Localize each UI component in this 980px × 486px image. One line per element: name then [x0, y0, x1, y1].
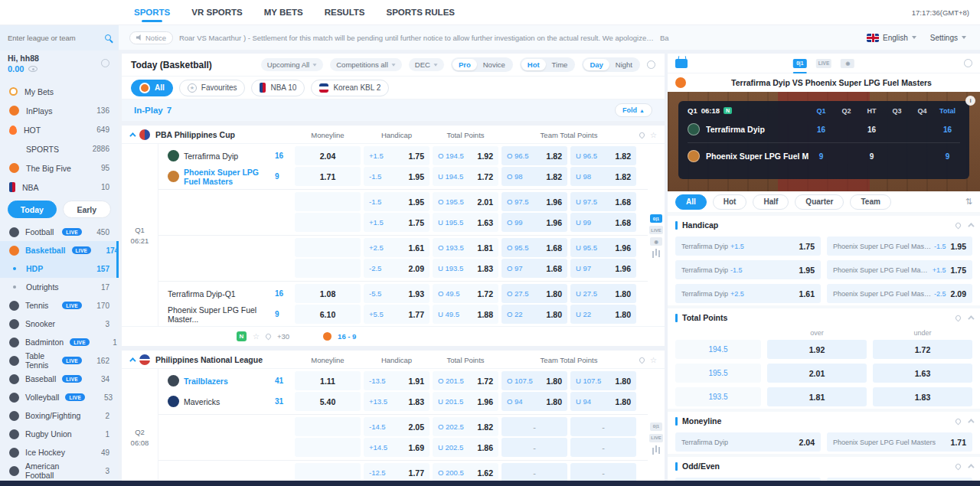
sidebar-item-badminton[interactable]: BadmintonLIVE1	[0, 333, 119, 351]
chip-korean-kbl-2[interactable]: Korean KBL 2	[311, 80, 389, 96]
market-pill-hot[interactable]: Hot	[713, 194, 747, 210]
under-odds[interactable]: 1.83	[873, 387, 972, 406]
handicap-odds[interactable]: -2.52.09	[364, 259, 430, 278]
moneyline-odds[interactable]: 1.11	[295, 371, 361, 390]
team-total-under-odds[interactable]: -	[570, 417, 636, 436]
search-box[interactable]	[0, 25, 119, 51]
collapse-icon[interactable]	[129, 357, 136, 364]
total-points-odds[interactable]: O 202.51.82	[433, 417, 498, 436]
sidebar-item-hdp[interactable]: HDP157	[0, 259, 119, 278]
moneyline-odds[interactable]: 1.71	[295, 167, 361, 186]
star-icon[interactable]: ☆	[253, 332, 260, 341]
fold-button[interactable]: Fold ▲	[615, 103, 652, 117]
chip-favourites[interactable]: ★Favourites	[179, 80, 246, 96]
sidebar-item-tennis[interactable]: TennisLIVE170	[0, 296, 119, 315]
sidebar-item-outrights[interactable]: Outrights17	[0, 278, 119, 296]
filter-dropdown-competitions[interactable]: Competitions all	[330, 58, 402, 71]
nav-tab-my-bets[interactable]: MY BETS	[264, 0, 303, 24]
moneyline-odds[interactable]	[295, 213, 361, 232]
chip-all[interactable]: All	[131, 80, 173, 96]
nav-tab-sports-rules[interactable]: SPORTS RULES	[387, 0, 455, 24]
handicap-odds[interactable]: +5.51.77	[364, 305, 430, 324]
handicap-odds[interactable]: -13.51.91	[364, 371, 430, 390]
pin-icon[interactable]	[639, 356, 646, 364]
team-total-over-odds[interactable]: O 981.82	[501, 167, 567, 186]
market-pill-half[interactable]: Half	[753, 194, 789, 210]
collapse-icon[interactable]	[968, 419, 974, 425]
sidebar-item-snooker[interactable]: Snooker3	[0, 315, 119, 333]
sidebar-item-baseball[interactable]: BaseballLIVE34	[0, 370, 119, 388]
total-points-odds[interactable]: U 193.51.83	[433, 259, 498, 278]
bet-option[interactable]: Phoenix Super LPG Fuel Masters-2.52.09	[827, 284, 972, 303]
market-pill-quarter[interactable]: Quarter	[795, 194, 844, 210]
sidebar-item-table-tennis[interactable]: Table TennisLIVE162	[0, 351, 119, 370]
market-pill-team[interactable]: Team	[850, 194, 890, 210]
bet-option[interactable]: Terrafirma Dyip-1.51.95	[675, 260, 821, 279]
moneyline-odds[interactable]	[295, 238, 361, 257]
moneyline-odds[interactable]	[295, 259, 361, 278]
sidebar-item-the-big-five[interactable]: The Big Five95	[0, 158, 119, 178]
team-total-under-odds[interactable]: U 991.68	[570, 213, 636, 232]
star-icon[interactable]: ☆	[650, 356, 657, 364]
team-total-under-odds[interactable]: -	[570, 463, 636, 481]
sidebar-item-rugby-union[interactable]: Rugby Union1	[0, 425, 119, 443]
collapse-icon[interactable]	[968, 223, 974, 229]
team-total-over-odds[interactable]: O 27.51.80	[501, 284, 567, 303]
info-icon[interactable]: i	[965, 96, 975, 106]
animation-view-icon[interactable]: ◉	[650, 237, 662, 246]
handicap-odds[interactable]: -1.51.95	[364, 167, 430, 186]
moneyline-odds[interactable]	[295, 192, 361, 211]
total-points-odds[interactable]: O 49.51.72	[433, 284, 498, 303]
collapse-icon[interactable]	[968, 315, 974, 321]
total-points-odds[interactable]: U 49.51.88	[433, 305, 498, 324]
handicap-odds[interactable]: -1.51.95	[364, 192, 430, 211]
sidebar-item-sports[interactable]: SPORTS2886	[0, 139, 119, 158]
bet-option[interactable]: Phoenix Super LPG Fuel Masters1.71	[827, 432, 972, 452]
toggle-option-day[interactable]: Day	[583, 59, 609, 70]
pin-icon[interactable]	[955, 462, 962, 470]
nav-tab-sports[interactable]: SPORTS	[134, 0, 170, 24]
total-points-odds[interactable]: O 201.51.72	[433, 371, 498, 390]
team-total-over-odds[interactable]: O 97.51.96	[501, 192, 567, 211]
refresh-icon[interactable]	[964, 59, 972, 67]
tab-early[interactable]: Early	[63, 201, 112, 218]
team-total-over-odds[interactable]: O 971.68	[501, 259, 567, 278]
collapse-icon[interactable]	[968, 464, 974, 470]
odds-view-icon[interactable]: 0|1	[650, 422, 662, 431]
eye-icon[interactable]	[28, 66, 38, 72]
over-odds[interactable]: 1.81	[767, 387, 867, 406]
under-odds[interactable]: 1.72	[873, 340, 972, 359]
total-points-odds[interactable]: U 195.51.63	[433, 213, 498, 232]
sidebar-item-american-football[interactable]: American Football3	[0, 462, 119, 480]
language-selector[interactable]: English	[867, 34, 916, 42]
total-points-odds[interactable]: O 194.51.92	[433, 146, 498, 165]
sidebar-item-ice-hockey[interactable]: Ice Hockey49	[0, 443, 119, 462]
handicap-odds[interactable]: -14.52.05	[364, 417, 430, 436]
pin-icon[interactable]	[955, 221, 962, 229]
team-total-under-odds[interactable]: U 96.51.82	[570, 146, 636, 165]
team-total-over-odds[interactable]: O 95.51.68	[501, 238, 567, 257]
handicap-odds[interactable]: -5.51.93	[364, 284, 430, 303]
toggle-option-time[interactable]: Time	[546, 59, 574, 70]
filter-dropdown-dec[interactable]: DEC	[409, 58, 444, 71]
sidebar-item-boxing-fighting[interactable]: Boxing/Fighting2	[0, 406, 119, 425]
handicap-odds[interactable]: +14.51.69	[364, 438, 430, 457]
pin-icon[interactable]	[265, 333, 273, 341]
moneyline-odds[interactable]: 2.04	[295, 146, 361, 165]
live-view-icon[interactable]: LIVE	[649, 226, 662, 234]
bet-option[interactable]: Terrafirma Dyip+2.51.61	[675, 284, 821, 303]
collapse-all-icon[interactable]: ⇅	[965, 197, 972, 207]
filter-dropdown-upcoming[interactable]: Upcoming All	[261, 58, 323, 71]
toggle-option-novice[interactable]: Novice	[477, 59, 511, 70]
odds-view-tab[interactable]: 0|1	[793, 59, 807, 68]
handicap-odds[interactable]: +13.51.83	[364, 392, 430, 411]
collapse-icon[interactable]	[129, 132, 136, 139]
over-odds[interactable]: 1.92	[767, 340, 867, 359]
extra-markets-count[interactable]: +30	[277, 332, 289, 341]
animation-view-tab[interactable]: ◉	[841, 59, 854, 68]
team-total-over-odds[interactable]: -	[501, 438, 567, 457]
team-total-over-odds[interactable]: O 96.51.82	[501, 146, 567, 165]
team-total-over-odds[interactable]: -	[501, 463, 567, 481]
stats-icon[interactable]	[655, 445, 657, 452]
handicap-odds[interactable]: +1.51.75	[364, 146, 430, 165]
